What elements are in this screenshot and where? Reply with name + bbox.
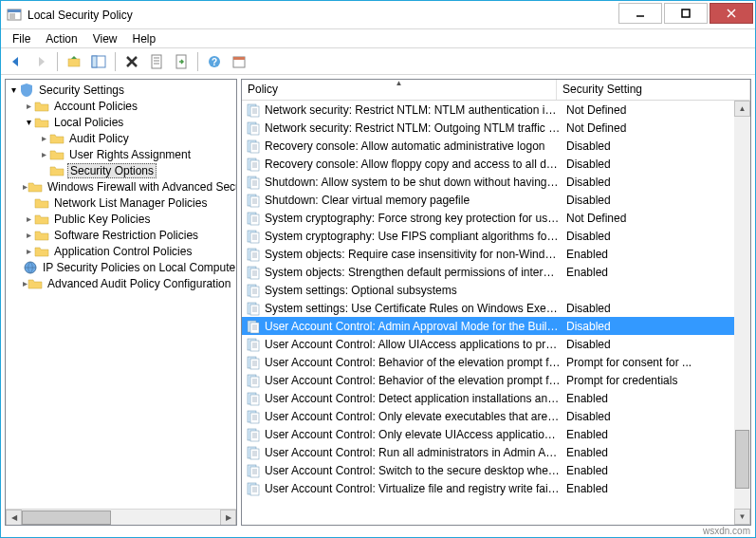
policy-setting: Prompt for consent for ... — [561, 356, 734, 369]
tree-label: Software Restriction Policies — [52, 229, 200, 242]
minimize-button[interactable] — [618, 3, 662, 24]
scroll-right-icon[interactable]: ▶ — [220, 510, 236, 526]
export-button[interactable] — [170, 50, 193, 73]
expander-icon[interactable]: ▸ — [38, 133, 49, 143]
policy-icon — [246, 121, 261, 136]
scroll-thumb[interactable] — [735, 430, 749, 489]
list-row[interactable]: System settings: Use Certificate Rules o… — [242, 299, 734, 317]
scroll-left-icon[interactable]: ◀ — [6, 510, 22, 526]
list-row[interactable]: Recovery console: Allow automatic admini… — [242, 137, 734, 155]
forward-button[interactable] — [29, 50, 52, 73]
svg-rect-11 — [152, 55, 161, 68]
close-button[interactable] — [710, 3, 753, 24]
tree-item-network-list[interactable]: Network List Manager Policies — [6, 195, 236, 211]
list-row[interactable]: User Account Control: Switch to the secu… — [242, 461, 734, 479]
expander-icon[interactable]: ▾ — [23, 117, 34, 127]
list-row[interactable]: User Account Control: Allow UIAccess app… — [242, 335, 734, 353]
policy-name: User Account Control: Behavior of the el… — [265, 356, 561, 369]
list-row[interactable]: Shutdown: Allow system to be shut down w… — [242, 173, 734, 191]
menu-action[interactable]: Action — [38, 30, 84, 47]
column-label: Security Setting — [562, 83, 642, 96]
column-policy[interactable]: ▲ Policy — [242, 80, 557, 100]
list-row[interactable]: User Account Control: Only elevate UIAcc… — [242, 425, 734, 443]
menu-view[interactable]: View — [85, 30, 125, 47]
policy-icon — [246, 157, 261, 172]
column-setting[interactable]: Security Setting — [557, 80, 750, 100]
policy-setting: Disabled — [561, 194, 734, 207]
menu-help[interactable]: Help — [125, 30, 164, 47]
list-row[interactable]: System objects: Strengthen default permi… — [242, 263, 734, 281]
tree-root[interactable]: ▾ Security Settings — [6, 82, 236, 98]
column-label: Policy — [248, 83, 278, 96]
expander-icon[interactable]: ▸ — [23, 213, 34, 224]
tree-item-app-control[interactable]: ▸ Application Control Policies — [6, 243, 236, 259]
list-row[interactable]: Network security: Restrict NTLM: Outgoin… — [242, 119, 734, 137]
tree-item-account-policies[interactable]: ▸ Account Policies — [6, 98, 236, 114]
watermark: wsxdn.com — [703, 526, 750, 536]
tree-item-user-rights[interactable]: ▸ User Rights Assignment — [6, 146, 236, 162]
policy-name: Shutdown: Allow system to be shut down w… — [265, 176, 561, 189]
scroll-up-icon[interactable]: ▲ — [734, 101, 750, 117]
policy-icon — [246, 301, 261, 316]
policy-name: User Account Control: Only elevate execu… — [265, 410, 561, 423]
policy-icon — [246, 373, 261, 388]
list-row[interactable]: Recovery console: Allow floppy copy and … — [242, 155, 734, 173]
folder-icon — [34, 195, 49, 211]
expander-icon[interactable]: ▾ — [8, 84, 19, 95]
list-row[interactable]: System cryptography: Force strong key pr… — [242, 209, 734, 227]
svg-rect-19 — [233, 57, 245, 60]
policy-setting: Disabled — [561, 158, 734, 171]
list-vscrollbar[interactable]: ▲ ▼ — [734, 101, 750, 525]
scroll-thumb[interactable] — [22, 510, 111, 525]
svg-rect-52 — [250, 214, 259, 225]
list-row[interactable]: System cryptography: Use FIPS compliant … — [242, 227, 734, 245]
list-row[interactable]: User Account Control: Behavior of the el… — [242, 371, 734, 389]
back-button[interactable] — [5, 50, 28, 73]
scroll-down-icon[interactable]: ▼ — [734, 509, 750, 525]
tree-item-software-restriction[interactable]: ▸ Software Restriction Policies — [6, 227, 236, 243]
menu-file[interactable]: File — [5, 30, 38, 47]
list-row[interactable]: System settings: Optional subsystems — [242, 281, 734, 299]
tree-item-security-options[interactable]: Security Options — [6, 162, 236, 178]
tree-item-firewall[interactable]: ▸ Windows Firewall with Advanced Secu — [6, 178, 236, 195]
list-row[interactable]: Network security: Restrict NTLM: NTLM au… — [242, 101, 734, 119]
delete-button[interactable] — [120, 50, 143, 73]
expander-icon[interactable]: ▸ — [38, 149, 49, 159]
policy-setting: Disabled — [561, 410, 734, 423]
list-row[interactable]: User Account Control: Only elevate execu… — [242, 407, 734, 425]
list-row[interactable]: User Account Control: Detect application… — [242, 389, 734, 407]
export-icon — [174, 54, 189, 69]
expander-icon[interactable]: ▸ — [23, 246, 34, 256]
show-hide-tree-button[interactable] — [87, 50, 110, 73]
list-row[interactable]: User Account Control: Admin Approval Mod… — [242, 317, 734, 335]
policy-setting: Enabled — [561, 482, 734, 495]
tree-hscrollbar[interactable]: ◀ ▶ — [6, 509, 236, 525]
tree-item-ip-security[interactable]: IP Security Policies on Local Compute — [6, 259, 236, 275]
expander-icon[interactable]: ▸ — [23, 101, 34, 111]
tree-item-public-key[interactable]: ▸ Public Key Policies — [6, 211, 236, 227]
list-row[interactable]: User Account Control: Behavior of the el… — [242, 353, 734, 371]
up-button[interactable] — [63, 50, 85, 73]
maximize-button[interactable] — [664, 3, 708, 24]
policy-icon — [246, 139, 261, 154]
svg-rect-42 — [250, 178, 259, 189]
policy-setting: Enabled — [561, 464, 734, 477]
help-button[interactable]: ? — [203, 50, 226, 73]
policy-setting: Prompt for credentials — [561, 374, 734, 387]
policy-setting: Enabled — [561, 446, 734, 459]
properties-button[interactable] — [145, 50, 168, 73]
list-row[interactable]: Shutdown: Clear virtual memory pagefileD… — [242, 191, 734, 209]
properties-icon — [149, 54, 164, 69]
policy-icon — [246, 391, 261, 406]
list-row[interactable]: System objects: Require case insensitivi… — [242, 245, 734, 263]
refresh-button[interactable] — [228, 50, 250, 73]
tree-item-audit-policy[interactable]: ▸ Audit Policy — [6, 130, 236, 146]
tree-item-local-policies[interactable]: ▾ Local Policies — [6, 114, 236, 130]
expander-icon[interactable]: ▸ — [23, 230, 34, 240]
tree-item-advanced-audit[interactable]: ▸ Advanced Audit Policy Configuration — [6, 275, 236, 291]
list-row[interactable]: User Account Control: Run all administra… — [242, 443, 734, 461]
list-row[interactable]: User Account Control: Virtualize file an… — [242, 479, 734, 497]
tree-label: User Rights Assignment — [67, 148, 193, 161]
policy-name: System settings: Use Certificate Rules o… — [265, 302, 561, 315]
policy-icon — [246, 445, 261, 460]
